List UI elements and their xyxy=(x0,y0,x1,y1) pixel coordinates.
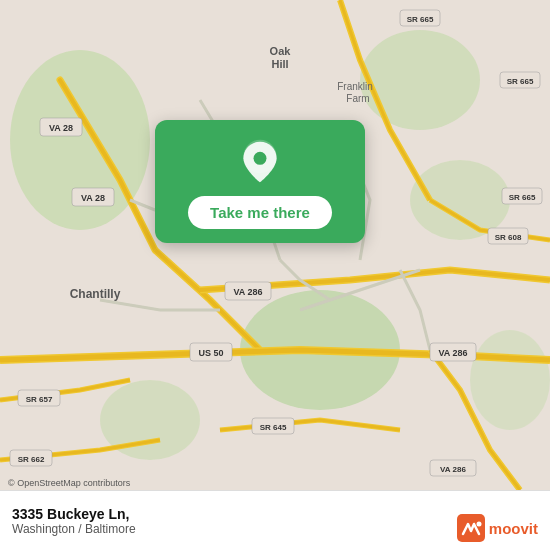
moovit-logo: moovit xyxy=(457,514,538,542)
footer: 3335 Buckeye Ln, Washington / Baltimore … xyxy=(0,490,550,550)
svg-text:SR 665: SR 665 xyxy=(407,15,434,24)
svg-text:SR 662: SR 662 xyxy=(18,455,45,464)
take-me-there-button[interactable]: Take me there xyxy=(188,196,332,229)
svg-point-41 xyxy=(476,522,481,527)
location-card: Take me there xyxy=(155,120,365,243)
moovit-label: moovit xyxy=(489,520,538,537)
svg-text:Chantilly: Chantilly xyxy=(70,287,121,301)
footer-address: 3335 Buckeye Ln, xyxy=(12,506,136,522)
svg-point-2 xyxy=(360,30,480,130)
svg-text:Franklin: Franklin xyxy=(337,81,373,92)
svg-text:Farm: Farm xyxy=(346,93,369,104)
footer-city: Washington / Baltimore xyxy=(12,522,136,536)
svg-text:SR 665: SR 665 xyxy=(509,193,536,202)
svg-point-39 xyxy=(254,152,267,165)
svg-text:US 50: US 50 xyxy=(198,348,223,358)
svg-text:Hill: Hill xyxy=(271,58,288,70)
svg-text:VA 28: VA 28 xyxy=(49,123,73,133)
svg-text:SR 608: SR 608 xyxy=(495,233,522,242)
svg-text:Oak: Oak xyxy=(270,45,292,57)
svg-text:SR 665: SR 665 xyxy=(507,77,534,86)
location-pin-icon xyxy=(236,138,284,186)
moovit-icon xyxy=(457,514,485,542)
svg-text:VA 28: VA 28 xyxy=(81,193,105,203)
svg-text:SR 645: SR 645 xyxy=(260,423,287,432)
footer-address-block: 3335 Buckeye Ln, Washington / Baltimore xyxy=(12,491,136,550)
svg-point-6 xyxy=(470,330,550,430)
svg-text:VA 286: VA 286 xyxy=(233,287,262,297)
svg-text:VA 286: VA 286 xyxy=(440,465,466,474)
svg-text:VA 286: VA 286 xyxy=(438,348,467,358)
map-area: VA 28 VA 28 VA 286 US 50 VA 286 SR 665 S… xyxy=(0,0,550,490)
svg-text:SR 657: SR 657 xyxy=(26,395,53,404)
osm-attribution: © OpenStreetMap contributors xyxy=(8,478,130,488)
